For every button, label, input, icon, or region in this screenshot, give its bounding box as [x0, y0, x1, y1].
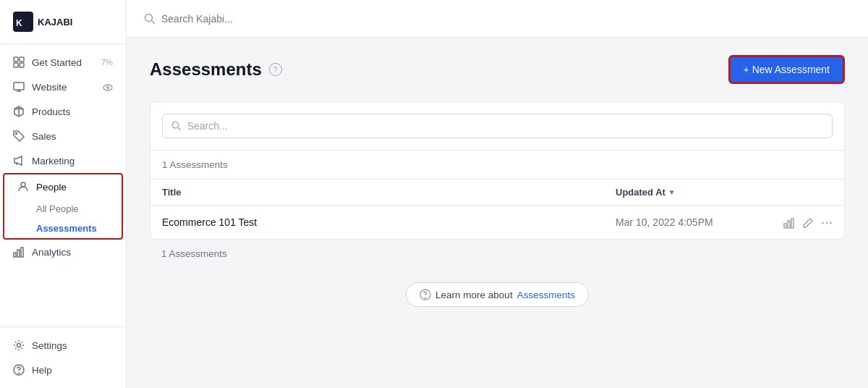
- assessments-card: 1 Assessments Title Updated At ▼ Ecommer…: [150, 101, 845, 240]
- stats-icon[interactable]: [783, 216, 795, 229]
- svg-point-29: [822, 222, 824, 224]
- sidebar-item-label: Settings: [32, 340, 67, 351]
- count-label-bottom: 1 Assessments: [150, 240, 845, 268]
- bar-chart-icon: [13, 246, 25, 258]
- sidebar-bottom: Settings Help: [0, 326, 126, 388]
- table-search-wrap: [162, 114, 833, 138]
- card-search: [150, 102, 844, 151]
- svg-text:KAJABI: KAJABI: [38, 17, 72, 28]
- table-header: Title Updated At ▼: [150, 180, 844, 206]
- sidebar-nav: Get Started 7% Website Products: [0, 44, 126, 326]
- sidebar-item-website[interactable]: Website: [0, 75, 126, 99]
- new-assessment-button[interactable]: + New Assessment: [728, 55, 845, 84]
- svg-rect-27: [788, 221, 790, 228]
- sidebar-subnav-people: All People Assessments: [4, 199, 122, 238]
- svg-line-25: [178, 127, 181, 130]
- megaphone-icon: [13, 155, 25, 166]
- sidebar-item-label: Get Started: [32, 57, 82, 68]
- logo: K KAJABI: [0, 0, 126, 44]
- svg-point-10: [103, 85, 112, 90]
- sidebar-item-label: People: [36, 182, 67, 193]
- svg-rect-5: [14, 63, 18, 67]
- svg-rect-18: [21, 248, 23, 257]
- svg-point-33: [425, 298, 426, 298]
- sidebar: K KAJABI Get Started 7% Website: [0, 0, 127, 388]
- page-title: Assessments: [150, 59, 262, 80]
- row-actions: [775, 216, 833, 229]
- learn-more-wrap: Learn more about Assessments: [150, 282, 845, 307]
- sidebar-item-products[interactable]: Products: [0, 99, 126, 124]
- learn-more-prefix: Learn more about: [435, 290, 513, 300]
- svg-rect-4: [20, 57, 24, 62]
- svg-point-14: [16, 133, 17, 135]
- sidebar-item-label: Analytics: [32, 247, 71, 258]
- learn-more-link: Assessments: [517, 290, 575, 300]
- page-title-group: Assessments ?: [150, 59, 282, 80]
- sidebar-item-label: Products: [32, 106, 70, 117]
- eye-icon: [103, 81, 113, 92]
- sidebar-badge: 7%: [101, 58, 113, 67]
- svg-point-15: [21, 182, 25, 187]
- sidebar-item-analytics[interactable]: Analytics: [0, 240, 126, 264]
- sidebar-item-assessments[interactable]: Assessments: [36, 219, 122, 238]
- assessment-updated-at: Mar 10, 2022 4:05PM: [616, 216, 775, 228]
- sort-indicator: ▼: [668, 188, 676, 196]
- help-circle-icon[interactable]: ?: [269, 63, 282, 76]
- gear-icon: [13, 340, 25, 351]
- main-content: Assessments ? + New Assessment 1 Assessm…: [127, 0, 868, 388]
- edit-icon[interactable]: [802, 216, 814, 229]
- sidebar-item-label: Sales: [32, 131, 56, 142]
- question-icon: [13, 364, 25, 376]
- svg-point-30: [826, 222, 828, 224]
- svg-point-24: [172, 122, 179, 128]
- learn-more-help-icon: [420, 289, 431, 300]
- page-header: Assessments ? + New Assessment: [150, 55, 845, 84]
- kajabi-wordmark: KAJABI: [38, 16, 81, 28]
- sidebar-item-settings[interactable]: Settings: [0, 333, 126, 358]
- sidebar-item-help[interactable]: Help: [0, 358, 126, 382]
- svg-rect-28: [791, 219, 793, 228]
- monitor-icon: [13, 81, 25, 93]
- svg-line-23: [152, 20, 156, 24]
- svg-rect-16: [14, 253, 16, 257]
- assessment-title: Ecommerce 101 Test: [162, 216, 616, 228]
- svg-point-31: [830, 222, 832, 224]
- table-search-icon: [171, 121, 182, 131]
- svg-rect-7: [14, 83, 24, 90]
- th-updated-at[interactable]: Updated At ▼: [616, 187, 775, 198]
- sidebar-item-label: Website: [32, 82, 67, 93]
- person-icon: [17, 181, 29, 193]
- sidebar-item-label: Marketing: [32, 156, 75, 166]
- box-icon: [13, 106, 25, 117]
- learn-more-button[interactable]: Learn more about Assessments: [406, 282, 589, 307]
- svg-point-21: [19, 373, 20, 374]
- sidebar-item-all-people[interactable]: All People: [36, 199, 122, 219]
- svg-point-22: [145, 14, 153, 21]
- topbar-search-input[interactable]: [161, 13, 306, 25]
- th-title: Title: [162, 187, 616, 198]
- table-row: Ecommerce 101 Test Mar 10, 2022 4:05PM: [150, 206, 844, 239]
- sidebar-item-label: Help: [32, 365, 52, 376]
- svg-text:K: K: [16, 18, 22, 28]
- search-bar: [144, 13, 306, 25]
- count-label-top: 1 Assessments: [150, 151, 844, 180]
- svg-point-11: [107, 86, 109, 88]
- tag-icon: [13, 130, 25, 142]
- sidebar-item-marketing[interactable]: Marketing: [0, 148, 126, 173]
- sidebar-item-sales[interactable]: Sales: [0, 124, 126, 148]
- svg-rect-17: [17, 250, 20, 257]
- more-options-icon[interactable]: [821, 216, 833, 229]
- sidebar-item-get-started[interactable]: Get Started 7%: [0, 50, 126, 75]
- people-section: People All People Assessments: [3, 173, 123, 240]
- sidebar-item-people[interactable]: People: [4, 174, 122, 199]
- svg-rect-6: [20, 63, 24, 67]
- svg-point-19: [17, 344, 21, 347]
- grid-icon: [13, 56, 25, 68]
- table-search-input[interactable]: [187, 120, 823, 132]
- topbar: [127, 0, 868, 38]
- svg-rect-3: [14, 57, 18, 62]
- page-content: Assessments ? + New Assessment 1 Assessm…: [127, 38, 868, 388]
- search-icon: [144, 13, 156, 25]
- svg-rect-26: [784, 224, 786, 228]
